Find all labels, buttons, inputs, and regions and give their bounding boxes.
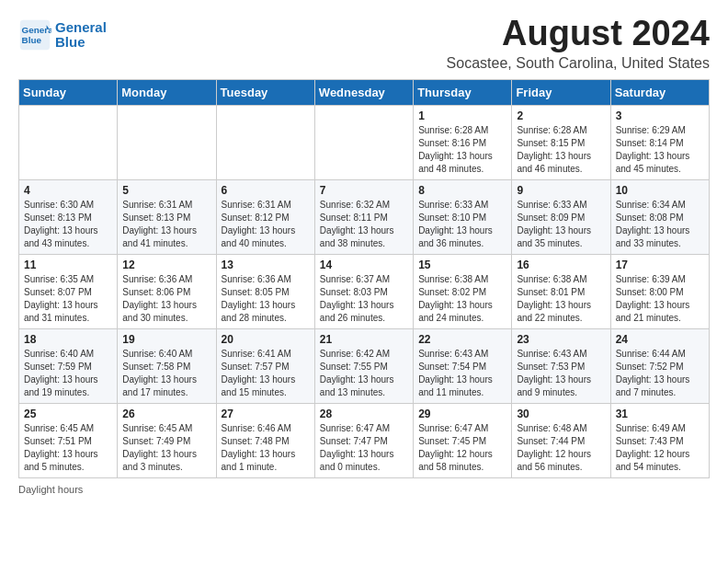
day-info: Sunrise: 6:33 AMSunset: 8:10 PMDaylight:…: [418, 199, 506, 250]
day-info: Sunrise: 6:47 AMSunset: 7:47 PMDaylight:…: [320, 422, 408, 474]
calendar-header-tuesday: Tuesday: [216, 79, 314, 105]
calendar-cell: 29Sunrise: 6:47 AMSunset: 7:45 PMDayligh…: [414, 403, 512, 477]
footer-note: Daylight hours: [18, 484, 710, 495]
day-info: Sunrise: 6:32 AMSunset: 8:11 PMDaylight:…: [320, 199, 408, 250]
logo: General Blue General Blue: [18, 18, 107, 52]
day-info: Sunrise: 6:36 AMSunset: 8:06 PMDaylight:…: [122, 273, 210, 325]
day-info: Sunrise: 6:42 AMSunset: 7:55 PMDaylight:…: [320, 348, 408, 399]
logo-text: General Blue: [55, 20, 107, 51]
calendar-cell: 22Sunrise: 6:43 AMSunset: 7:54 PMDayligh…: [414, 328, 512, 403]
day-number: 19: [122, 333, 210, 346]
day-number: 1: [418, 109, 506, 122]
day-number: 7: [320, 184, 408, 197]
calendar-table: SundayMondayTuesdayWednesdayThursdayFrid…: [18, 79, 710, 478]
calendar-week-row: 4Sunrise: 6:30 AMSunset: 8:13 PMDaylight…: [19, 179, 710, 254]
logo-line1: General: [55, 19, 107, 35]
day-number: 22: [418, 333, 506, 346]
day-info: Sunrise: 6:31 AMSunset: 8:13 PMDaylight:…: [122, 199, 210, 250]
calendar-cell: 10Sunrise: 6:34 AMSunset: 8:08 PMDayligh…: [610, 179, 709, 254]
calendar-cell: 12Sunrise: 6:36 AMSunset: 8:06 PMDayligh…: [118, 254, 216, 328]
calendar-cell: 13Sunrise: 6:36 AMSunset: 8:05 PMDayligh…: [216, 254, 314, 328]
calendar-header-monday: Monday: [118, 79, 216, 105]
day-info: Sunrise: 6:45 AMSunset: 7:51 PMDaylight:…: [24, 422, 112, 474]
day-number: 18: [24, 333, 112, 346]
calendar-cell: 4Sunrise: 6:30 AMSunset: 8:13 PMDaylight…: [19, 179, 118, 254]
calendar-cell: 25Sunrise: 6:45 AMSunset: 7:51 PMDayligh…: [19, 403, 118, 477]
day-info: Sunrise: 6:30 AMSunset: 8:13 PMDaylight:…: [24, 199, 112, 250]
day-info: Sunrise: 6:35 AMSunset: 8:07 PMDaylight:…: [24, 273, 112, 325]
calendar-cell: 28Sunrise: 6:47 AMSunset: 7:47 PMDayligh…: [314, 403, 413, 477]
calendar-title: August 2024: [447, 15, 710, 53]
day-number: 14: [320, 259, 408, 271]
day-number: 6: [222, 184, 310, 197]
day-number: 13: [222, 259, 310, 271]
day-info: Sunrise: 6:40 AMSunset: 7:58 PMDaylight:…: [122, 348, 210, 399]
calendar-week-row: 25Sunrise: 6:45 AMSunset: 7:51 PMDayligh…: [19, 403, 710, 477]
day-number: 2: [517, 109, 605, 122]
day-info: Sunrise: 6:49 AMSunset: 7:43 PMDaylight:…: [616, 422, 704, 474]
calendar-cell: [118, 105, 216, 179]
calendar-cell: 2Sunrise: 6:28 AMSunset: 8:15 PMDaylight…: [512, 105, 610, 179]
calendar-cell: 27Sunrise: 6:46 AMSunset: 7:48 PMDayligh…: [216, 403, 314, 477]
day-number: 15: [418, 259, 506, 271]
calendar-header-friday: Friday: [512, 79, 610, 105]
calendar-cell: 5Sunrise: 6:31 AMSunset: 8:13 PMDaylight…: [118, 179, 216, 254]
calendar-cell: [19, 105, 118, 179]
calendar-cell: 17Sunrise: 6:39 AMSunset: 8:00 PMDayligh…: [610, 254, 709, 328]
calendar-header-wednesday: Wednesday: [314, 79, 413, 105]
day-info: Sunrise: 6:43 AMSunset: 7:54 PMDaylight:…: [418, 348, 506, 399]
header: General Blue General Blue August 2024 So…: [18, 15, 710, 72]
day-number: 4: [24, 184, 112, 197]
day-info: Sunrise: 6:34 AMSunset: 8:08 PMDaylight:…: [616, 199, 704, 250]
day-info: Sunrise: 6:28 AMSunset: 8:15 PMDaylight:…: [517, 124, 605, 176]
day-number: 29: [418, 408, 506, 420]
day-number: 9: [517, 184, 605, 197]
svg-text:Blue: Blue: [22, 35, 42, 45]
calendar-cell: 26Sunrise: 6:45 AMSunset: 7:49 PMDayligh…: [118, 403, 216, 477]
calendar-cell: 7Sunrise: 6:32 AMSunset: 8:11 PMDaylight…: [314, 179, 413, 254]
day-info: Sunrise: 6:41 AMSunset: 7:57 PMDaylight:…: [222, 348, 310, 399]
day-info: Sunrise: 6:33 AMSunset: 8:09 PMDaylight:…: [517, 199, 605, 250]
calendar-cell: 19Sunrise: 6:40 AMSunset: 7:58 PMDayligh…: [118, 328, 216, 403]
day-number: 30: [517, 408, 605, 420]
calendar-cell: 3Sunrise: 6:29 AMSunset: 8:14 PMDaylight…: [610, 105, 709, 179]
day-number: 20: [222, 333, 310, 346]
calendar-cell: 24Sunrise: 6:44 AMSunset: 7:52 PMDayligh…: [610, 328, 709, 403]
day-number: 28: [320, 408, 408, 420]
calendar-cell: [216, 105, 314, 179]
day-number: 26: [122, 408, 210, 420]
calendar-cell: 1Sunrise: 6:28 AMSunset: 8:16 PMDaylight…: [414, 105, 512, 179]
day-number: 23: [517, 333, 605, 346]
calendar-week-row: 1Sunrise: 6:28 AMSunset: 8:16 PMDaylight…: [19, 105, 710, 179]
calendar-header-saturday: Saturday: [610, 79, 709, 105]
day-info: Sunrise: 6:37 AMSunset: 8:03 PMDaylight:…: [320, 273, 408, 325]
day-info: Sunrise: 6:48 AMSunset: 7:44 PMDaylight:…: [517, 422, 605, 474]
day-number: 27: [222, 408, 310, 420]
day-info: Sunrise: 6:28 AMSunset: 8:16 PMDaylight:…: [418, 124, 506, 176]
calendar-week-row: 18Sunrise: 6:40 AMSunset: 7:59 PMDayligh…: [19, 328, 710, 403]
calendar-header-thursday: Thursday: [414, 79, 512, 105]
logo-line2: Blue: [55, 34, 85, 50]
day-info: Sunrise: 6:38 AMSunset: 8:02 PMDaylight:…: [418, 273, 506, 325]
day-number: 21: [320, 333, 408, 346]
calendar-cell: [314, 105, 413, 179]
day-number: 12: [122, 259, 210, 271]
day-number: 17: [616, 259, 704, 271]
calendar-cell: 18Sunrise: 6:40 AMSunset: 7:59 PMDayligh…: [19, 328, 118, 403]
day-number: 10: [616, 184, 704, 197]
day-number: 3: [616, 109, 704, 122]
day-number: 11: [24, 259, 112, 271]
day-info: Sunrise: 6:47 AMSunset: 7:45 PMDaylight:…: [418, 422, 506, 474]
day-number: 24: [616, 333, 704, 346]
calendar-week-row: 11Sunrise: 6:35 AMSunset: 8:07 PMDayligh…: [19, 254, 710, 328]
calendar-cell: 16Sunrise: 6:38 AMSunset: 8:01 PMDayligh…: [512, 254, 610, 328]
day-info: Sunrise: 6:44 AMSunset: 7:52 PMDaylight:…: [616, 348, 704, 399]
calendar-cell: 21Sunrise: 6:42 AMSunset: 7:55 PMDayligh…: [314, 328, 413, 403]
day-info: Sunrise: 6:31 AMSunset: 8:12 PMDaylight:…: [222, 199, 310, 250]
calendar-cell: 14Sunrise: 6:37 AMSunset: 8:03 PMDayligh…: [314, 254, 413, 328]
day-info: Sunrise: 6:36 AMSunset: 8:05 PMDaylight:…: [222, 273, 310, 325]
calendar-cell: 30Sunrise: 6:48 AMSunset: 7:44 PMDayligh…: [512, 403, 610, 477]
day-info: Sunrise: 6:29 AMSunset: 8:14 PMDaylight:…: [616, 124, 704, 176]
title-block: August 2024 Socastee, South Carolina, Un…: [447, 15, 710, 72]
day-info: Sunrise: 6:45 AMSunset: 7:49 PMDaylight:…: [122, 422, 210, 474]
